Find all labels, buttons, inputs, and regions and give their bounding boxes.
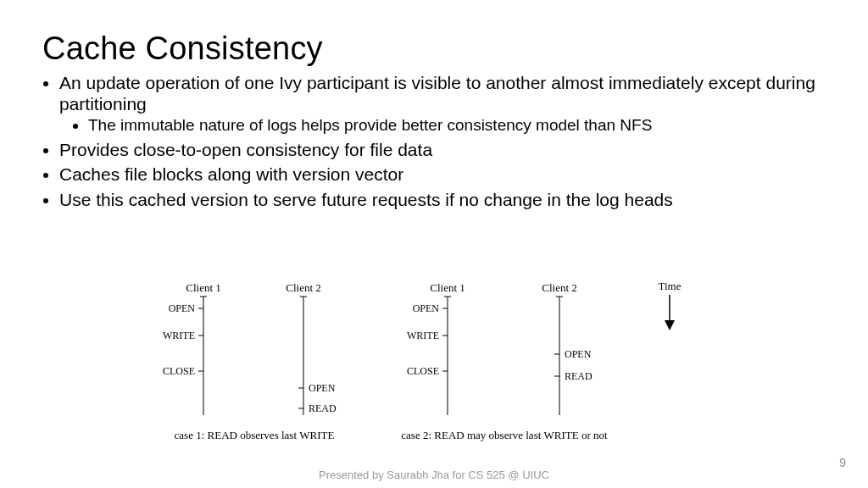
open-label: OPEN <box>413 302 440 314</box>
case2-caption: case 2: READ may observe last WRITE or n… <box>401 429 608 441</box>
open-label: OPEN <box>565 348 592 360</box>
sub-bullet-list: The immutable nature of logs helps provi… <box>59 116 826 136</box>
slide-title: Cache Consistency <box>42 30 826 67</box>
client2-label: Client 2 <box>286 281 321 294</box>
read-label: READ <box>565 370 593 382</box>
client1-label: Client 1 <box>186 281 221 294</box>
footer-text: Presented by Saurabh Jha for CS 525 @ UI… <box>0 469 868 481</box>
slide: Cache Consistency An update operation of… <box>0 0 868 488</box>
write-label: WRITE <box>407 330 439 341</box>
bullet-item: Use this cached version to serve future … <box>59 189 826 210</box>
open-label: OPEN <box>169 302 196 314</box>
timeline-diagram: Client 1 OPEN WRITE CLOSE Client 2 OPEN … <box>127 280 771 449</box>
page-number: 9 <box>839 456 846 469</box>
write-label: WRITE <box>163 330 195 341</box>
bullet-text: An update operation of one Ivy participa… <box>59 73 815 114</box>
bullet-item: An update operation of one Ivy participa… <box>59 72 826 136</box>
close-label: CLOSE <box>163 365 195 377</box>
bullet-item: Provides close-to-open consistency for f… <box>59 139 826 160</box>
client2-label: Client 2 <box>542 281 577 294</box>
bullet-list: An update operation of one Ivy participa… <box>42 72 826 210</box>
bullet-item: Caches file blocks along with version ve… <box>59 164 826 185</box>
sub-bullet-item: The immutable nature of logs helps provi… <box>88 116 826 136</box>
case1-caption: case 1: READ observes last WRITE <box>175 429 335 441</box>
open-label: OPEN <box>309 382 336 394</box>
read-label: READ <box>309 402 337 414</box>
client1-label: Client 1 <box>430 281 465 294</box>
close-label: CLOSE <box>407 365 439 377</box>
time-label: Time <box>659 280 682 292</box>
